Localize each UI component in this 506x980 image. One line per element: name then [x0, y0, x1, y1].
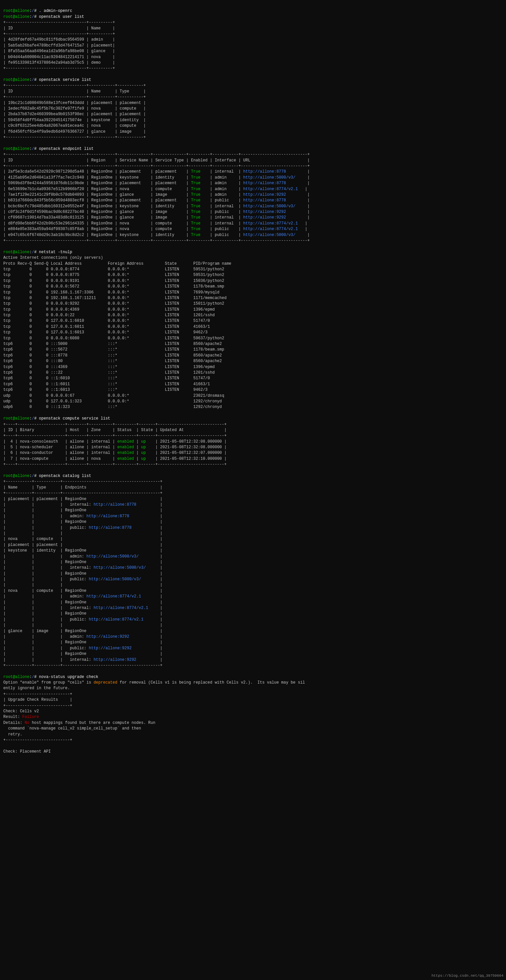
netstat-row-22: tcp6 0 0 ::1:6013 :::* LISTEN 9462/3	[3, 388, 208, 392]
endpoint-row-11: | e804e85e383a459a94df09307c85f8ab | Reg…	[3, 227, 308, 231]
user-table-row-1: | 4d28fdefd67a49bc811f6dbac9564599 | adm…	[3, 37, 115, 42]
endpoint-row-9: | cf09687c19014d7ba33a483d8c813125 | Reg…	[3, 215, 310, 220]
netstat-row-18: tcp6 0 0 :::4369 :::* LISTEN 1396/epmd	[3, 365, 215, 369]
netstat-row-25: udp6 0 0 :::1:323 :::* 1292/chronyd	[3, 405, 222, 409]
service-table-row-6: | f6d456fcf61e4f9a9edb6d4976366727 | gla…	[3, 129, 146, 134]
user-table-row-3: | 8fa55aa56aa8496ea1d2a96bfa98be08 | gla…	[3, 49, 115, 54]
netstat-row-8: tcp 0 0 0.0.0.0:4369 0.0.0.0:* LISTEN 13…	[3, 307, 215, 312]
catalog-row-keystone: | keystone | identity | RegionOne | | | …	[3, 548, 163, 587]
catalog-table-border-bot: +-----------+-----------+---------------…	[3, 663, 162, 668]
netstat-row-1: tcp 0 0 0.0.0.0:8774 0.0.0.0:* LISTEN 59…	[3, 267, 224, 272]
netstat-row-3: tcp 0 0 0.0.0.0:9191 0.0.0.0:* LISTEN 15…	[3, 278, 224, 283]
netstat-row-24: udp 0 0 127.0.0.1:323 0.0.0.0:* 1292/chr…	[3, 399, 222, 404]
netstat-row-5: tcp 0 0 192.168.1.167:3306 0.0.0.0:* LIS…	[3, 290, 219, 295]
terminal-output: root@allone:/# . admin-openrc root@allon…	[3, 3, 503, 754]
user-table-border-top: +----------------------------------+----…	[3, 20, 115, 25]
compute-table-border-top: +----+--------------------+--------+----…	[3, 422, 227, 427]
netstat-row-2: tcp 0 0 0.0.0.0:8775 0.0.0.0:* LISTEN 59…	[3, 273, 224, 277]
netstat-row-9: tcp 0 0 0.0.0.0:22 0.0.0.0:* LISTEN 1201…	[3, 313, 215, 318]
catalog-table-border-top: +-----------+-----------+---------------…	[3, 479, 162, 484]
netstat-row-16: tcp6 0 0 :::8778 :::* LISTEN 8560/apache…	[3, 353, 222, 358]
compute-table-border-bot: +----+--------------------+--------+----…	[3, 462, 227, 467]
endpoint-table-border-mid: +----------------------------------+----…	[3, 164, 310, 168]
netstat-row-23: udp 0 0 0.0.0.0:67 0.0.0.0:* 23021/dnsma…	[3, 393, 224, 398]
netstat-row-20: tcp6 0 0 ::1:6010 :::* LISTEN 51747/0	[3, 376, 210, 380]
service-table-row-1: | 19bc21c1d08049b588e13fceef043ddd | pla…	[3, 101, 146, 105]
compute-table-row-4: | 7 | nova-compute | allone | nova | ena…	[3, 457, 227, 461]
upgrade-check-border-mid: +---------------------------+	[3, 703, 72, 708]
user-table-row-5: | fe951339813f4378864e2a94ab3d75c5 | dem…	[3, 60, 115, 65]
user-table-row-4: | b04d44a600004c11ac92048412214171 | nov…	[3, 55, 115, 59]
endpoint-row-5: | 7ae1f129e22141c29f0b0c578db04093 | Reg…	[3, 192, 310, 197]
netstat-row-21: tcp6 0 0 ::1:6011 :::* LISTEN 41663/1	[3, 382, 210, 387]
prompt-2: root@allone:/# openstack user list	[3, 14, 84, 19]
netstat-row-12: tcp 0 0 127.0.0.1:6013 0.0.0.0:* LISTEN …	[3, 330, 208, 335]
service-table-border-mid: +----------------------------------+----…	[3, 95, 146, 99]
prompt-3: root@allone:/# openstack service list	[3, 78, 91, 82]
check-cells-v2-details: Details: No host mappings found but ther…	[3, 721, 155, 737]
check-cells-v2-result: Result: Failure	[3, 714, 39, 719]
endpoint-table-header: | ID | Region | Service Name | Service T…	[3, 158, 310, 163]
catalog-row-glance: | glance | image | RegionOne | | | | adm…	[3, 629, 163, 662]
service-table-header: | ID | Name | Type |	[3, 89, 146, 94]
netstat-row-6: tcp 0 0 192.168.1.167:11211 0.0.0.0:* LI…	[3, 296, 227, 301]
netstat-row-17: tcp6 0 0 :::80 :::* LISTEN 8560/apache2	[3, 359, 222, 363]
prompt-7: root@allone:/# openstack catalog list	[3, 474, 91, 478]
user-table-row-2: | 5ab5ab26bafe4789bcffd3d4764715a7 | pla…	[3, 43, 115, 48]
netstat-header-1: Active Internet connections (only server…	[3, 256, 103, 260]
netstat-header-2: Proto Recv-Q Send-Q Local Address Foreig…	[3, 261, 231, 266]
netstat-row-15: tcp6 0 0 :::5672 :::* LISTEN 1178/beam.s…	[3, 347, 224, 352]
netstat-row-4: tcp 0 0 0.0.0.0:5672 0.0.0.0:* LISTEN 11…	[3, 284, 224, 289]
netstat-row-7: tcp 0 0 0.0.0.0:9292 0.0.0.0:* LISTEN 15…	[3, 301, 224, 306]
netstat-row-19: tcp6 0 0 :::22 :::* LISTEN 1201/sshd	[3, 370, 215, 375]
endpoint-row-10: | d8fd98e5bb6f42d2b96c53e2961d4335 | Reg…	[3, 221, 308, 226]
endpoint-table-border-top: +----------------------------------+----…	[3, 152, 310, 157]
prompt-5: root@allone:/# netstat -tnulp	[3, 250, 72, 255]
endpoint-row-3: | 5969bd3f8e4244a59561076db11c9bde | Reg…	[3, 181, 310, 186]
user-table-header: | ID | Name |	[3, 26, 115, 31]
netstat-row-10: tcp 0 0 127.0.0.1:6010 0.0.0.0:* LISTEN …	[3, 318, 210, 323]
prompt-1: root@allone:/# . admin-openrc	[3, 9, 72, 13]
service-table-row-4: | 59458f4d0ff54aa392204514175074e | keys…	[3, 118, 146, 123]
catalog-row-nova-placement: | nova | compute | | | placement | place…	[3, 537, 162, 547]
netstat-row-14: tcp6 0 0 :::5000 :::* LISTEN 8560/apache…	[3, 342, 222, 346]
service-table-row-3: | 2bda37b87d2e460399bea9b0153f98ec | pla…	[3, 112, 146, 116]
endpoint-row-6: | b831d7660dc843f5b56c059d4803ecf8 | Reg…	[3, 198, 310, 203]
service-table-row-2: | 1edecf602a0c45f5b76c302fe97f1fe9 | nov…	[3, 106, 146, 111]
netstat-row-11: tcp 0 0 127.0.0.1:6011 0.0.0.0:* LISTEN …	[3, 325, 210, 329]
nova-status-warning: Option "enable" from group "cells" is de…	[3, 680, 305, 690]
prompt-6: root@allone:/# openstack compute service…	[3, 416, 110, 421]
footer-link: https://blog.csdn.net/qq_39759664	[431, 974, 503, 979]
endpoint-row-2: | 4125ab95e2d0404la13f7fac7ec2c940 | Reg…	[3, 175, 310, 180]
netstat-row-13: tcp 0 0 0.0.0.0:6080 0.0.0.0:* LISTEN 59…	[3, 336, 224, 340]
endpoint-table-border-bot: +----------------------------------+----…	[3, 238, 310, 243]
upgrade-check-border-top: +---------------------------+	[3, 692, 72, 697]
service-table-row-5: | c9c8f63125ee4db4a82067ea91ecea4c | nov…	[3, 123, 146, 128]
check-placement-label: Check: Placement API	[3, 749, 51, 754]
catalog-row-nova: | nova | compute | RegionOne | | | | adm…	[3, 589, 163, 627]
upgrade-check-border-bot: +---------------------------+	[3, 738, 72, 742]
service-table-border-top: +----------------------------------+----…	[3, 83, 146, 88]
catalog-row-placement: | placement | placement | RegionOne | | …	[3, 497, 163, 536]
compute-table-row-1: | 4 | nova-consoleauth | allone | intern…	[3, 439, 227, 444]
user-table-border-mid: +----------------------------------+----…	[3, 32, 115, 36]
prompt-4: root@allone:/# openstack endpoint list	[3, 146, 94, 151]
catalog-table-border-mid: +-----------+-----------+---------------…	[3, 491, 162, 495]
check-cells-v2-label: Check: Cells v2	[3, 709, 39, 714]
endpoint-row-12: | e947c65c6f6740d29c3ab18c9bc8d2c2 | Reg…	[3, 233, 310, 237]
compute-table-row-3: | 6 | nova-conductor | allone | internal…	[3, 450, 227, 455]
prompt-8: root@allone:/# nova-status upgrade check	[3, 675, 98, 679]
endpoint-row-4: | 6e53699e7b1c4a09367e512b9966bf20 | Reg…	[3, 187, 308, 191]
compute-table-header: | ID | Binary | Host | Zone | Status | S…	[3, 428, 227, 433]
endpoint-row-7: | bcbc6bcfc79d485dbb160312e0552e4f | Reg…	[3, 204, 310, 208]
endpoint-row-8: | c0f3c24f0d1f4590bac9d0c68227bc40 | Reg…	[3, 210, 310, 214]
catalog-table-header: | Name | Type | Endpoints |	[3, 485, 162, 490]
service-table-border-bot: +----------------------------------+----…	[3, 135, 146, 140]
endpoint-row-1: | 2af5e3cda6e542d2920c9871298d5a48 | Reg…	[3, 169, 310, 174]
user-table-border-bot: +----------------------------------+----…	[3, 66, 115, 71]
compute-table-border-mid: +----+--------------------+--------+----…	[3, 433, 227, 438]
compute-table-row-2: | 5 | nova-scheduler | allone | internal…	[3, 445, 227, 450]
upgrade-check-header: | Upgrade Check Results |	[3, 697, 72, 702]
